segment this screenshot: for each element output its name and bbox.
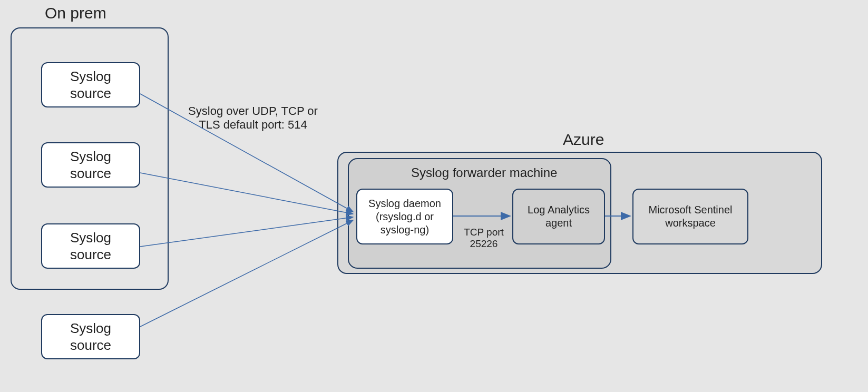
- syslog-source-1: Syslog source: [41, 62, 140, 107]
- syslog-source-2: Syslog source: [41, 142, 140, 188]
- azure-title: Azure: [563, 131, 604, 149]
- syslog-daemon-box: Syslog daemon (rsyslog.d or syslog-ng): [356, 189, 453, 244]
- log-analytics-agent-box: Log Analytics agent: [512, 189, 605, 244]
- forwarder-title: Syslog forwarder machine: [411, 165, 557, 180]
- syslog-protocol-label: Syslog over UDP, TCP or TLS default port…: [177, 104, 329, 132]
- syslog-source-3: Syslog source: [41, 223, 140, 269]
- onprem-title: On prem: [45, 4, 106, 22]
- svg-line-2: [140, 173, 353, 214]
- svg-line-4: [140, 220, 353, 327]
- tcp-port-label: TCP port 25226: [457, 227, 510, 250]
- svg-line-3: [140, 217, 353, 247]
- syslog-source-4: Syslog source: [41, 314, 140, 359]
- sentinel-workspace-box: Microsoft Sentinel workspace: [632, 189, 748, 244]
